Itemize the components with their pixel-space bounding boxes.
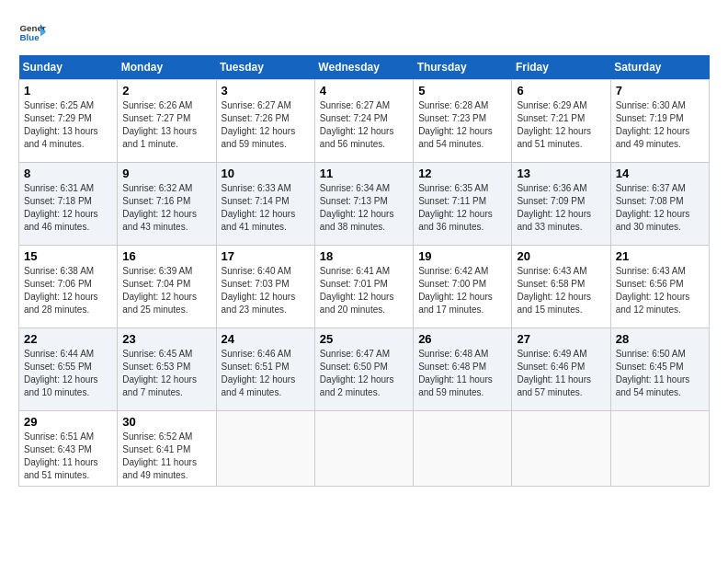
calendar-cell: 18 Sunrise: 6:41 AMSunset: 7:01 PMDaylig… bbox=[314, 246, 413, 328]
day-number: 18 bbox=[320, 249, 408, 263]
day-number: 23 bbox=[122, 332, 210, 346]
day-number: 5 bbox=[418, 84, 506, 98]
calendar-cell: 29 Sunrise: 6:51 AMSunset: 6:43 PMDaylig… bbox=[19, 411, 118, 487]
calendar-cell: 7 Sunrise: 6:30 AMSunset: 7:19 PMDayligh… bbox=[610, 80, 709, 163]
cell-info: Sunrise: 6:51 AMSunset: 6:43 PMDaylight:… bbox=[24, 431, 98, 480]
calendar-cell: 25 Sunrise: 6:47 AMSunset: 6:50 PMDaylig… bbox=[314, 328, 413, 411]
cell-info: Sunrise: 6:31 AMSunset: 7:18 PMDaylight:… bbox=[24, 183, 98, 232]
day-number: 16 bbox=[122, 249, 210, 263]
day-number: 7 bbox=[616, 84, 704, 98]
day-number: 22 bbox=[24, 332, 112, 346]
day-number: 12 bbox=[418, 167, 506, 180]
calendar-cell: 12 Sunrise: 6:35 AMSunset: 7:11 PMDaylig… bbox=[414, 163, 512, 246]
day-number: 10 bbox=[222, 167, 310, 180]
calendar-cell: 2 Sunrise: 6:26 AMSunset: 7:27 PMDayligh… bbox=[118, 80, 216, 163]
day-number: 3 bbox=[222, 84, 310, 98]
calendar-cell: 9 Sunrise: 6:32 AMSunset: 7:16 PMDayligh… bbox=[118, 163, 216, 246]
cell-info: Sunrise: 6:35 AMSunset: 7:11 PMDaylight:… bbox=[418, 183, 493, 232]
cell-info: Sunrise: 6:44 AMSunset: 6:55 PMDaylight:… bbox=[24, 349, 98, 397]
calendar-cell: 11 Sunrise: 6:34 AMSunset: 7:13 PMDaylig… bbox=[314, 163, 413, 246]
cell-info: Sunrise: 6:28 AMSunset: 7:23 PMDaylight:… bbox=[418, 100, 493, 149]
cell-info: Sunrise: 6:39 AMSunset: 7:04 PMDaylight:… bbox=[122, 266, 197, 315]
cell-info: Sunrise: 6:27 AMSunset: 7:26 PMDaylight:… bbox=[222, 100, 296, 149]
cell-info: Sunrise: 6:48 AMSunset: 6:48 PMDaylight:… bbox=[418, 349, 493, 397]
day-number: 28 bbox=[616, 332, 704, 346]
cell-info: Sunrise: 6:27 AMSunset: 7:24 PMDaylight:… bbox=[320, 100, 394, 149]
day-number: 15 bbox=[24, 249, 112, 263]
day-number: 29 bbox=[24, 415, 112, 429]
cell-info: Sunrise: 6:43 AMSunset: 6:58 PMDaylight:… bbox=[517, 266, 591, 315]
cell-info: Sunrise: 6:34 AMSunset: 7:13 PMDaylight:… bbox=[320, 183, 394, 232]
cell-info: Sunrise: 6:30 AMSunset: 7:19 PMDaylight:… bbox=[616, 100, 690, 149]
calendar-cell bbox=[610, 411, 709, 487]
calendar-cell bbox=[512, 411, 610, 487]
day-number: 21 bbox=[616, 249, 704, 263]
calendar-cell: 15 Sunrise: 6:38 AMSunset: 7:06 PMDaylig… bbox=[19, 246, 118, 328]
calendar-cell: 16 Sunrise: 6:39 AMSunset: 7:04 PMDaylig… bbox=[118, 246, 216, 328]
day-number: 9 bbox=[122, 167, 210, 180]
cell-info: Sunrise: 6:50 AMSunset: 6:45 PMDaylight:… bbox=[616, 349, 690, 397]
calendar-cell: 17 Sunrise: 6:40 AMSunset: 7:03 PMDaylig… bbox=[216, 246, 314, 328]
cell-info: Sunrise: 6:26 AMSunset: 7:27 PMDaylight:… bbox=[122, 100, 197, 149]
page-header: General Blue bbox=[18, 18, 710, 46]
logo-icon: General Blue bbox=[18, 18, 46, 46]
day-header-tuesday: Tuesday bbox=[216, 55, 314, 80]
day-number: 20 bbox=[517, 249, 605, 263]
svg-text:Blue: Blue bbox=[20, 32, 40, 42]
cell-info: Sunrise: 6:43 AMSunset: 6:56 PMDaylight:… bbox=[616, 266, 690, 315]
day-number: 27 bbox=[517, 332, 605, 346]
day-header-friday: Friday bbox=[512, 55, 610, 80]
cell-info: Sunrise: 6:33 AMSunset: 7:14 PMDaylight:… bbox=[222, 183, 296, 232]
cell-info: Sunrise: 6:46 AMSunset: 6:51 PMDaylight:… bbox=[222, 349, 296, 397]
day-header-wednesday: Wednesday bbox=[314, 55, 413, 80]
calendar-cell: 22 Sunrise: 6:44 AMSunset: 6:55 PMDaylig… bbox=[19, 328, 118, 411]
cell-info: Sunrise: 6:36 AMSunset: 7:09 PMDaylight:… bbox=[517, 183, 591, 232]
day-header-sunday: Sunday bbox=[19, 55, 118, 80]
calendar-cell bbox=[414, 411, 512, 487]
day-number: 26 bbox=[418, 332, 506, 346]
day-number: 30 bbox=[122, 415, 210, 429]
calendar-cell: 8 Sunrise: 6:31 AMSunset: 7:18 PMDayligh… bbox=[19, 163, 118, 246]
calendar-cell: 1 Sunrise: 6:25 AMSunset: 7:29 PMDayligh… bbox=[19, 80, 118, 163]
calendar-cell: 30 Sunrise: 6:52 AMSunset: 6:41 PMDaylig… bbox=[118, 411, 216, 487]
calendar-table: SundayMondayTuesdayWednesdayThursdayFrid… bbox=[18, 55, 710, 487]
day-number: 14 bbox=[616, 167, 704, 180]
day-number: 25 bbox=[320, 332, 408, 346]
calendar-cell bbox=[216, 411, 314, 487]
calendar-cell: 23 Sunrise: 6:45 AMSunset: 6:53 PMDaylig… bbox=[118, 328, 216, 411]
calendar-cell: 13 Sunrise: 6:36 AMSunset: 7:09 PMDaylig… bbox=[512, 163, 610, 246]
calendar-header-row: SundayMondayTuesdayWednesdayThursdayFrid… bbox=[19, 55, 710, 80]
cell-info: Sunrise: 6:25 AMSunset: 7:29 PMDaylight:… bbox=[24, 100, 98, 149]
logo: General Blue bbox=[18, 18, 46, 46]
calendar-cell: 21 Sunrise: 6:43 AMSunset: 6:56 PMDaylig… bbox=[610, 246, 709, 328]
day-number: 11 bbox=[320, 167, 408, 180]
calendar-cell: 19 Sunrise: 6:42 AMSunset: 7:00 PMDaylig… bbox=[414, 246, 512, 328]
calendar-cell: 20 Sunrise: 6:43 AMSunset: 6:58 PMDaylig… bbox=[512, 246, 610, 328]
calendar-cell: 5 Sunrise: 6:28 AMSunset: 7:23 PMDayligh… bbox=[414, 80, 512, 163]
calendar-cell: 26 Sunrise: 6:48 AMSunset: 6:48 PMDaylig… bbox=[414, 328, 512, 411]
cell-info: Sunrise: 6:37 AMSunset: 7:08 PMDaylight:… bbox=[616, 183, 690, 232]
cell-info: Sunrise: 6:29 AMSunset: 7:21 PMDaylight:… bbox=[517, 100, 591, 149]
day-number: 6 bbox=[517, 84, 605, 98]
day-number: 2 bbox=[122, 84, 210, 98]
day-number: 8 bbox=[24, 167, 112, 180]
day-header-saturday: Saturday bbox=[610, 55, 709, 80]
cell-info: Sunrise: 6:40 AMSunset: 7:03 PMDaylight:… bbox=[222, 266, 296, 315]
cell-info: Sunrise: 6:41 AMSunset: 7:01 PMDaylight:… bbox=[320, 266, 394, 315]
calendar-cell: 14 Sunrise: 6:37 AMSunset: 7:08 PMDaylig… bbox=[610, 163, 709, 246]
day-number: 4 bbox=[320, 84, 408, 98]
day-number: 24 bbox=[222, 332, 310, 346]
cell-info: Sunrise: 6:49 AMSunset: 6:46 PMDaylight:… bbox=[517, 349, 591, 397]
day-number: 1 bbox=[24, 84, 112, 98]
calendar-cell: 10 Sunrise: 6:33 AMSunset: 7:14 PMDaylig… bbox=[216, 163, 314, 246]
calendar-cell: 3 Sunrise: 6:27 AMSunset: 7:26 PMDayligh… bbox=[216, 80, 314, 163]
day-number: 17 bbox=[222, 249, 310, 263]
calendar-cell: 4 Sunrise: 6:27 AMSunset: 7:24 PMDayligh… bbox=[314, 80, 413, 163]
calendar-cell: 28 Sunrise: 6:50 AMSunset: 6:45 PMDaylig… bbox=[610, 328, 709, 411]
cell-info: Sunrise: 6:47 AMSunset: 6:50 PMDaylight:… bbox=[320, 349, 394, 397]
cell-info: Sunrise: 6:45 AMSunset: 6:53 PMDaylight:… bbox=[122, 349, 197, 397]
cell-info: Sunrise: 6:32 AMSunset: 7:16 PMDaylight:… bbox=[122, 183, 197, 232]
calendar-cell: 24 Sunrise: 6:46 AMSunset: 6:51 PMDaylig… bbox=[216, 328, 314, 411]
cell-info: Sunrise: 6:38 AMSunset: 7:06 PMDaylight:… bbox=[24, 266, 98, 315]
day-number: 13 bbox=[517, 167, 605, 180]
